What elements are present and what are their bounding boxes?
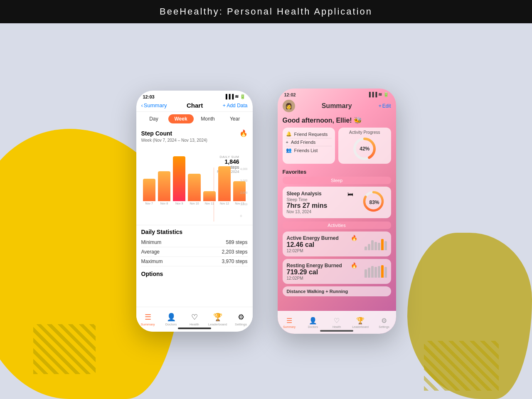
right-doctors-icon: 👤 — [309, 317, 317, 325]
right-nav-doctors[interactable]: 👤 Doctors — [301, 317, 325, 328]
chart-bar-5 — [218, 166, 231, 201]
chart-bar-wrap-1: Nov 8 — [158, 171, 170, 205]
chart-bars-container: Nov 7 Nov 8 Nov 9 Nov 10 — [141, 155, 248, 205]
resting-mini-bar-0 — [365, 269, 367, 278]
right-status-bar: 12:02 ▐▐▐ ≋ 🔋 — [278, 89, 396, 99]
sleep-card-content: Sleep Analysis 🛏 Sleep Time 7hrs 27 mins… — [287, 191, 353, 214]
left-nav-leaderboard[interactable]: 🏆 Leaderboard — [206, 313, 229, 326]
chart-label-1: Nov 8 — [160, 202, 168, 205]
chart-label-2: Nov 9 — [175, 202, 183, 205]
stat-average-label: Average — [141, 249, 160, 255]
step-date-range: Week (Nov 7, 2024 – Nov 13, 2024) — [141, 138, 248, 143]
plus-icon: + — [379, 103, 382, 109]
chart-section: Step Count 🔥 Week (Nov 7, 2024 – Nov 13,… — [136, 126, 253, 225]
chart-bar-wrap-3: Nov 10 — [188, 174, 200, 205]
summary-nav-icon: ☰ — [145, 313, 151, 322]
nav-back-label: Summary — [144, 102, 167, 108]
stat-maximum-label: Maximum — [141, 259, 163, 264]
sleep-section-divider: Sleep — [283, 177, 391, 184]
active-energy-time: 12:02PM — [287, 249, 357, 253]
tab-year[interactable]: Year — [222, 114, 248, 123]
chart-bar-wrap-0: Nov 7 — [143, 179, 155, 205]
right-nav-summary[interactable]: ☰ Summary — [278, 317, 301, 328]
active-energy-card[interactable]: Active Energy Burned 🔥 12.46 cal 12:02PM — [283, 232, 391, 256]
right-nav-settings[interactable]: ⚙ Settings — [372, 317, 396, 328]
sleep-time-label: Sleep Time — [287, 197, 353, 202]
right-summary-label: Summary — [283, 325, 296, 328]
stat-maximum-value: 3,970 steps — [222, 259, 247, 264]
fire-icon-2: 🔥 — [351, 235, 357, 241]
mini-bar-1 — [368, 244, 370, 250]
plus-friends-icon: + — [286, 140, 288, 145]
activity-progress-label: Activity Progress — [349, 130, 380, 135]
left-nav-health[interactable]: ♡ Health — [183, 313, 206, 326]
resting-mini-bar-1 — [368, 268, 370, 278]
right-health-label: Health — [332, 325, 341, 328]
distance-title: Distance Walking + Running — [287, 289, 387, 294]
chart-label-5: Nov 12 — [220, 202, 229, 205]
stat-row-maximum: Maximum 3,970 steps — [141, 257, 248, 266]
gridline-3000: 3,000 — [240, 179, 248, 182]
nav-chart-title: Chart — [187, 102, 203, 109]
activity-donut: 42% — [352, 136, 377, 161]
active-energy-info: Active Energy Burned 🔥 12.46 cal 12:02PM — [287, 235, 357, 253]
friends-list-item[interactable]: 👥 Friends List — [286, 146, 332, 154]
avatar[interactable]: 👩 — [283, 100, 295, 112]
chart-bar-1 — [158, 171, 170, 201]
options-title: Options — [141, 271, 248, 277]
resting-energy-bars — [365, 265, 387, 278]
distance-card[interactable]: Distance Walking + Running — [283, 286, 391, 296]
resting-mini-bar-4 — [378, 266, 380, 278]
tab-month[interactable]: Month — [195, 114, 221, 123]
chart-bar-wrap-5: Nov 12 — [218, 166, 231, 205]
social-activity-row: 🔔 Friend Requests + Add Friends 👥 Friend… — [278, 128, 396, 167]
right-nav-leaderboard[interactable]: 🏆 Leaderboard — [349, 317, 372, 328]
left-home-indicator — [178, 328, 211, 329]
sleep-date: Nov 13, 2024 — [287, 209, 353, 214]
sleep-percentage: 83% — [369, 200, 379, 205]
add-friends-label: Add Friends — [291, 140, 315, 145]
bell-icon: 🔔 — [286, 131, 292, 137]
stat-row-average: Average 2,203 steps — [141, 247, 248, 257]
edit-button[interactable]: + Edit — [379, 103, 391, 109]
left-nav-doctors[interactable]: 👤 Doctors — [160, 313, 183, 326]
active-energy-bars — [365, 238, 387, 250]
chevron-left-icon: ‹ — [141, 102, 143, 108]
settings-nav-label: Settings — [235, 323, 247, 326]
mini-bar-3 — [374, 242, 377, 250]
right-summary-icon: ☰ — [286, 317, 292, 325]
daily-stats-section: Daily Statistics Minimum 589 steps Avera… — [136, 225, 253, 268]
resting-mini-bar-5 — [381, 265, 384, 278]
stat-minimum-value: 589 steps — [226, 239, 247, 245]
mini-bar-6 — [384, 241, 387, 250]
resting-energy-info: Resting Energy Burned 🔥 719.29 cal 12:02… — [287, 262, 357, 281]
nav-back-button[interactable]: ‹ Summary — [141, 102, 167, 108]
nav-add-button[interactable]: + Add Data — [223, 103, 248, 108]
right-bottom-nav: ☰ Summary 👤 Doctors ♡ Health 🏆 Leaderboa… — [278, 311, 396, 334]
resting-energy-value: 719.29 cal — [287, 268, 357, 276]
chart-area: DAILY SUM 1,846 steps Nov 13, 2024 Nov 7 — [141, 155, 248, 222]
friend-requests-label: Friend Requests — [294, 132, 328, 137]
tab-week[interactable]: Week — [168, 114, 194, 123]
sleep-card[interactable]: Sleep Analysis 🛏 Sleep Time 7hrs 27 mins… — [283, 187, 391, 218]
right-nav-health[interactable]: ♡ Health — [325, 317, 349, 328]
social-card: 🔔 Friend Requests + Add Friends 👥 Friend… — [283, 128, 335, 164]
sleep-icon: 🛏 — [347, 191, 353, 197]
donut-percentage: 42% — [360, 146, 369, 152]
left-nav-summary[interactable]: ☰ Summary — [136, 313, 160, 326]
gridline-2000: 2,000 — [240, 191, 248, 194]
doctors-nav-icon: 👤 — [167, 313, 176, 322]
sleep-time-value: 7hrs 27 mins — [287, 202, 353, 209]
activity-progress-card: Activity Progress 42% — [338, 128, 391, 164]
tab-day[interactable]: Day — [141, 114, 167, 123]
right-leaderboard-icon: 🏆 — [356, 317, 365, 325]
friend-requests-item[interactable]: 🔔 Friend Requests — [286, 130, 332, 138]
resting-energy-card[interactable]: Resting Energy Burned 🔥 719.29 cal 12:02… — [283, 259, 391, 284]
add-friends-item[interactable]: + Add Friends — [286, 138, 332, 146]
active-energy-value: 12.46 cal — [287, 241, 357, 249]
phones-area: 12:03 ▐▐▐ ≋ 🔋 ‹ Summary Chart + Add Data… — [0, 23, 532, 399]
mini-bar-2 — [371, 240, 374, 250]
left-nav-settings[interactable]: ⚙ Settings — [229, 313, 253, 326]
activities-section-divider: Activities — [283, 222, 391, 229]
resting-mini-bar-2 — [371, 266, 374, 278]
